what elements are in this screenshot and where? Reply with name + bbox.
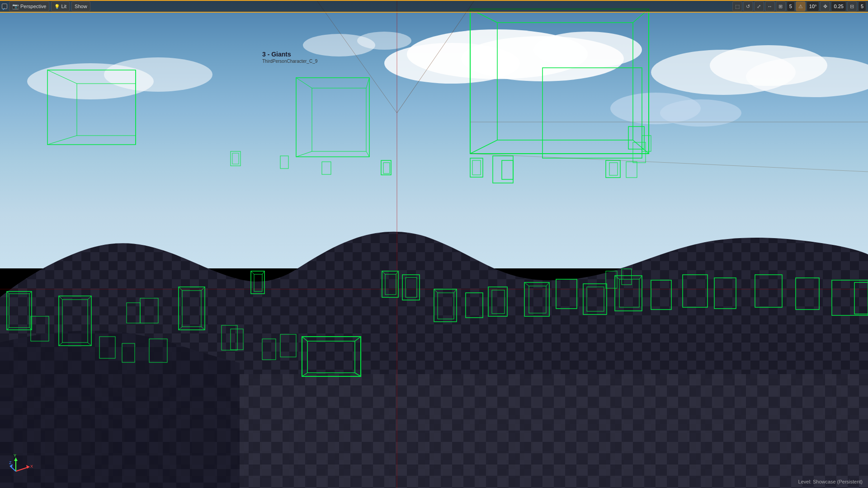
lit-button[interactable]: 💡 Lit [51,1,70,11]
level-label: Level: Showcase (Persistent) [798,479,863,484]
actor-name-label: 3 - Giants [262,51,291,58]
axis-indicator: X Y Z [9,454,32,477]
warning-icon-btn[interactable]: ⚠ [796,1,806,11]
level-label-text: Level: Showcase (Persistent) [798,479,863,484]
svg-point-3 [533,32,642,68]
terrain-layer [0,171,868,488]
show-button[interactable]: Show [71,1,90,11]
icon-4-symbol: ↔ [767,4,772,9]
icon-2-symbol: ↺ [746,4,750,9]
warning-symbol: ⚠ [798,4,803,9]
toolbar-icon-4[interactable]: ↔ [765,1,775,11]
icon-6-symbol: ✥ [823,4,827,9]
toolbar-icon-5[interactable]: ⊞ [776,1,786,11]
show-label: Show [75,4,87,9]
icon-7-symbol: ⊟ [850,4,854,9]
toolbar-right-section: ⬚ ↺ ⤢ ↔ ⊞ 5 ⚠ 10° ✥ [732,1,866,11]
toolbar: 📷 Perspective 💡 Lit Show ⬚ ↺ ⤢ [0,0,868,13]
svg-point-12 [660,99,741,127]
actor-class-label: ThirdPersonCharacter_C_9 [262,59,317,64]
actor-name-text: 3 - Giants [262,51,291,58]
toolbar-left-section: 📷 Perspective 💡 Lit Show [2,1,90,11]
angle-number[interactable]: 10° [807,1,820,11]
svg-marker-139 [14,458,18,461]
svg-point-10 [357,32,411,50]
toolbar-icon-6[interactable]: ✥ [820,1,830,11]
layer-number[interactable]: 5 [858,1,866,11]
svg-text:X: X [30,464,33,469]
icon-3-symbol: ⤢ [757,4,761,9]
svg-point-8 [104,57,212,92]
scale-num-value: 0.25 [834,4,843,9]
lit-icon: 💡 [54,4,60,9]
toolbar-orange-bottom [0,12,868,13]
grid-num-value: 5 [789,4,792,9]
camera-icon: 📷 [12,3,19,9]
icon-5-symbol: ⊞ [778,4,783,9]
grid-number[interactable]: 5 [787,1,795,11]
angle-num-value: 10° [809,4,817,9]
viewport: 📷 Perspective 💡 Lit Show ⬚ ↺ ⤢ [0,0,868,488]
icon-1-symbol: ⬚ [735,4,740,9]
actor-class-text: ThirdPersonCharacter_C_9 [262,59,317,64]
toolbar-icon-7[interactable]: ⊟ [847,1,857,11]
toolbar-icon-1[interactable]: ⬚ [732,1,742,11]
orange-accent-bar [0,0,868,1]
viewport-checkbox[interactable] [2,4,7,9]
perspective-button[interactable]: 📷 Perspective [9,1,49,11]
layer-num-value: 5 [861,4,863,9]
axis-svg: X Y Z [9,454,34,479]
scale-number[interactable]: 0.25 [831,1,846,11]
toolbar-icon-2[interactable]: ↺ [743,1,753,11]
toolbar-icon-3[interactable]: ⤢ [754,1,764,11]
svg-text:Z: Z [9,460,12,465]
lit-label: Lit [61,4,66,9]
perspective-label: Perspective [20,4,46,9]
svg-text:Y: Y [14,454,16,458]
